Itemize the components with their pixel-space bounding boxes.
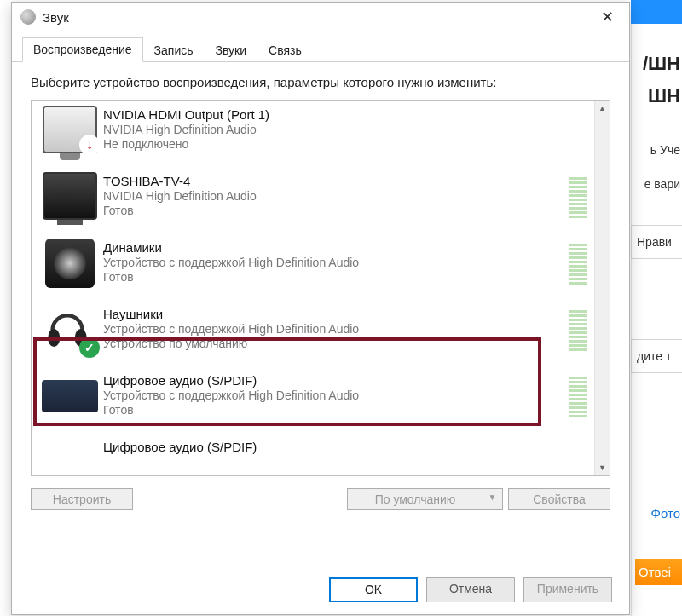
- tab-sounds[interactable]: Звуки: [205, 38, 258, 62]
- level-meter: [569, 172, 587, 218]
- device-status: Устройство по умолчанию: [103, 337, 569, 350]
- device-item-spdif-1[interactable]: Цифровое аудио (S/PDIF) Устройство с под…: [32, 366, 594, 433]
- dialog-footer: OK Отмена Применить: [329, 577, 612, 602]
- default-overlay-icon: [79, 337, 100, 358]
- device-status: Готов: [103, 270, 569, 284]
- tab-playback[interactable]: Воспроизведение: [22, 37, 143, 62]
- device-desc: Устройство с поддержкой High Definition …: [103, 388, 569, 403]
- headphones-icon: [37, 305, 103, 356]
- level-meter: [569, 305, 587, 351]
- device-desc: NVIDIA High Definition Audio: [103, 188, 569, 204]
- device-name: Цифровое аудио (S/PDIF): [103, 373, 569, 388]
- titlebar[interactable]: Звук ✕: [12, 3, 629, 32]
- window-title: Звук: [43, 10, 588, 25]
- bg-text-1: ь Уче: [650, 143, 680, 157]
- tabstrip: Воспроизведение Запись Звуки Связь: [12, 32, 629, 62]
- scroll-up-icon[interactable]: ▲: [595, 101, 610, 116]
- set-default-dropdown[interactable]: ▼: [483, 488, 503, 510]
- device-list-viewport[interactable]: NVIDIA HDMI Output (Port 1) NVIDIA High …: [32, 101, 594, 475]
- sound-dialog: Звук ✕ Воспроизведение Запись Звуки Связ…: [11, 2, 630, 615]
- configure-button[interactable]: Настроить: [31, 488, 133, 510]
- tab-communications[interactable]: Связь: [257, 38, 313, 62]
- set-default-button[interactable]: По умолчанию: [347, 488, 483, 510]
- background-blue-bar: [631, 0, 682, 24]
- device-item-tv[interactable]: TOSHIBA-TV-4 NVIDIA High Definition Audi…: [32, 167, 594, 233]
- bg-box-2[interactable]: дите т: [631, 339, 682, 373]
- disconnected-overlay-icon: [79, 135, 100, 155]
- sound-icon: [20, 9, 36, 25]
- bg-answer-button[interactable]: Отвеі: [635, 559, 682, 585]
- device-status: Готов: [103, 204, 569, 217]
- device-item-hdmi[interactable]: NVIDIA HDMI Output (Port 1) NVIDIA High …: [32, 101, 594, 167]
- apply-button[interactable]: Применить: [523, 577, 612, 602]
- device-item-spdif-2[interactable]: Цифровое аудио (S/PDIF): [32, 433, 594, 460]
- svg-point-0: [48, 329, 60, 347]
- level-meter: [569, 239, 587, 285]
- scroll-down-icon[interactable]: ▼: [595, 460, 610, 475]
- speaker-icon: [37, 239, 103, 288]
- device-desc: NVIDIA High Definition Audio: [103, 122, 594, 137]
- device-name: TOSHIBA-TV-4: [103, 174, 569, 188]
- device-status: Готов: [103, 403, 569, 417]
- bg-text-2: е вари: [644, 177, 680, 191]
- device-name: Динамики: [103, 240, 569, 255]
- bg-box-1[interactable]: Нрави: [631, 225, 682, 259]
- bg-link-photo[interactable]: Фото: [651, 506, 680, 521]
- cancel-button[interactable]: Отмена: [426, 577, 515, 602]
- bg-heading-2: ШН: [648, 85, 680, 107]
- device-desc: Устройство с поддержкой High Definition …: [103, 321, 569, 337]
- device-status: Не подключено: [103, 137, 594, 151]
- properties-button[interactable]: Свойства: [508, 488, 610, 510]
- close-icon: ✕: [601, 8, 614, 26]
- device-name: NVIDIA HDMI Output (Port 1): [103, 107, 594, 122]
- device-list: NVIDIA HDMI Output (Port 1) NVIDIA High …: [31, 100, 610, 476]
- device-desc: Устройство с поддержкой High Definition …: [103, 255, 569, 270]
- device-item-headphones[interactable]: Наушники Устройство с поддержкой High De…: [32, 300, 594, 366]
- device-button-row: Настроить По умолчанию ▼ Свойства: [31, 488, 610, 510]
- level-meter: [569, 371, 587, 417]
- chevron-down-icon: ▼: [488, 492, 497, 502]
- instruction-text: Выберите устройство воспроизведения, пар…: [31, 74, 610, 91]
- tab-recording[interactable]: Запись: [143, 38, 205, 62]
- spdif-icon: [37, 371, 103, 412]
- monitor-icon: [37, 106, 103, 153]
- bg-heading-1: /ШН: [643, 53, 680, 75]
- tv-icon: [37, 172, 103, 220]
- ok-button[interactable]: OK: [329, 577, 418, 602]
- device-item-speakers[interactable]: Динамики Устройство с поддержкой High De…: [32, 233, 594, 300]
- scrollbar[interactable]: ▲ ▼: [594, 101, 610, 475]
- device-name: Цифровое аудио (S/PDIF): [103, 440, 594, 454]
- device-name: Наушники: [103, 307, 569, 321]
- close-button[interactable]: ✕: [588, 4, 626, 30]
- tab-body: Выберите устройство воспроизведения, пар…: [12, 62, 629, 526]
